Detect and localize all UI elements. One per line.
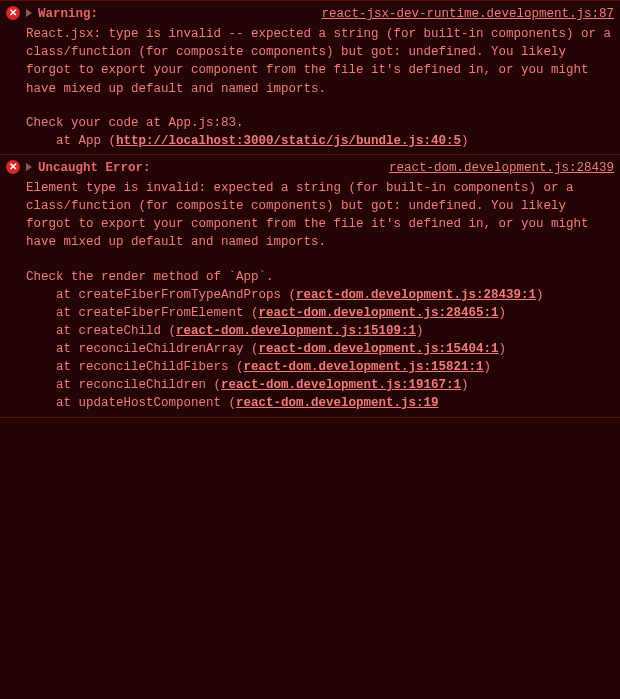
stack-prefix: at updateHostComponent (	[26, 396, 236, 410]
stack-location-link[interactable]: react-dom.development.js:15821:1	[244, 360, 484, 374]
entry-header: Uncaught Error: react-dom.development.js…	[26, 159, 614, 177]
stack-line: at reconcileChildFibers (react-dom.devel…	[26, 358, 614, 376]
stack-prefix: at reconcileChildren (	[26, 378, 221, 392]
stack-prefix: at createChild (	[26, 324, 176, 338]
stack-location-link[interactable]: react-dom.development.js:28465:1	[259, 306, 499, 320]
stack-prefix: at createFiberFromElement (	[26, 306, 259, 320]
source-link[interactable]: react-dom.development.js:28439	[389, 159, 614, 177]
stack-location-link[interactable]: react-dom.development.js:19167:1	[221, 378, 461, 392]
disclose-triangle-icon[interactable]	[26, 163, 32, 171]
stack-suffix: )	[536, 288, 544, 302]
entry-header: Warning: react-jsx-dev-runtime.developme…	[26, 5, 614, 23]
stack-location-link[interactable]: react-dom.development.js:15109:1	[176, 324, 416, 338]
stack-line: at createChild (react-dom.development.js…	[26, 322, 614, 340]
message-text: React.jsx: type is invalid -- expected a…	[26, 25, 614, 98]
stack-line: at reconcileChildrenArray (react-dom.dev…	[26, 340, 614, 358]
stack-prefix: at App (	[26, 134, 116, 148]
console-warning-entry: ✕ Warning: react-jsx-dev-runtime.develop…	[0, 0, 620, 155]
stack-location-link[interactable]: react-dom.development.js:15404:1	[259, 342, 499, 356]
message-text: Element type is invalid: expected a stri…	[26, 179, 614, 252]
stack-suffix: )	[461, 378, 469, 392]
console-error-entry: ✕ Uncaught Error: react-dom.development.…	[0, 155, 620, 418]
message-text-2: Check the render method of `App`.	[26, 268, 614, 286]
error-icon: ✕	[6, 6, 20, 20]
stack-location-link[interactable]: react-dom.development.js:19	[236, 396, 439, 410]
entry-label: Warning:	[38, 5, 98, 23]
stack-location-link[interactable]: http://localhost:3000/static/js/bundle.j…	[116, 134, 461, 148]
entry-label: Uncaught Error:	[38, 159, 151, 177]
stack-line: at reconcileChildren (react-dom.developm…	[26, 376, 614, 394]
source-link[interactable]: react-jsx-dev-runtime.development.js:87	[321, 5, 614, 23]
stack-prefix: at createFiberFromTypeAndProps (	[26, 288, 296, 302]
stack-line: at createFiberFromTypeAndProps (react-do…	[26, 286, 614, 304]
message-text-2: Check your code at App.js:83.	[26, 114, 614, 132]
stack-line: at App (http://localhost:3000/static/js/…	[26, 132, 614, 150]
stack-line: at updateHostComponent (react-dom.develo…	[26, 394, 614, 412]
stack-location-link[interactable]: react-dom.development.js:28439:1	[296, 288, 536, 302]
stack-line: at createFiberFromElement (react-dom.dev…	[26, 304, 614, 322]
stack-prefix: at reconcileChildFibers (	[26, 360, 244, 374]
error-icon: ✕	[6, 160, 20, 174]
stack-suffix: )	[461, 134, 469, 148]
stack-suffix: )	[499, 306, 507, 320]
stack-suffix: )	[484, 360, 492, 374]
stack-suffix: )	[416, 324, 424, 338]
disclose-triangle-icon[interactable]	[26, 9, 32, 17]
stack-suffix: )	[499, 342, 507, 356]
stack-prefix: at reconcileChildrenArray (	[26, 342, 259, 356]
